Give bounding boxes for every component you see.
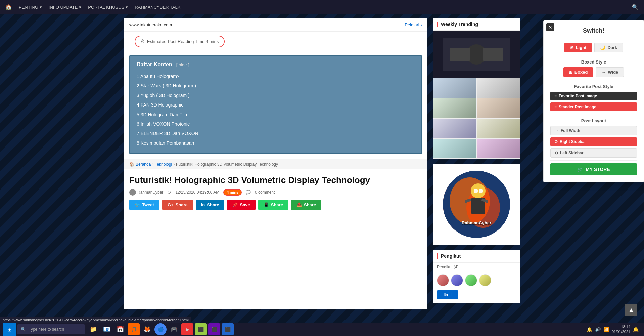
boxed-button[interactable]: ⊞ Boxed [563, 67, 593, 77]
taskbar-icon-app2[interactable]: ⬛ [208, 323, 220, 335]
trending-thumb-8 [476, 138, 520, 159]
arrow-icon: › [421, 22, 422, 27]
chevron-down-icon-3: ▾ [126, 5, 128, 10]
navbar-label-rahmancyber-talk: RAHMANCYBER TALK [135, 5, 180, 10]
my-store-button[interactable]: 🛒 MY STORE [550, 163, 637, 175]
toc-num-8: 8 [137, 140, 139, 146]
light-mode-button[interactable]: ☀ Light [564, 43, 592, 52]
navbar-item-portal-khusus[interactable]: PORTAL KHUSUS ▾ [88, 5, 128, 10]
taskbar-right: 🔔 🔊 📶 18:14 01/01/2021 🔔 [587, 324, 641, 335]
grid-icon: ⊞ [569, 70, 572, 75]
trending-thumb-7 [433, 138, 476, 159]
toc-num-7: 7 [137, 131, 139, 136]
taskbar-icon-music[interactable]: 🎵 [128, 323, 140, 335]
follower-avatars [433, 271, 520, 289]
taskbar-icon-app3[interactable]: ⬛ [222, 323, 234, 335]
toc-item-3[interactable]: 3 Yugioh ( 3D Hologram ) [137, 91, 415, 100]
clock-icon-meta: ⏱ [167, 190, 171, 195]
taskbar-icon-mail[interactable]: 📧 [101, 323, 113, 335]
navbar-item-rahmancyber-talk[interactable]: RAHMANCYBER TALK [135, 5, 180, 10]
trending-thumb-2 [476, 78, 520, 98]
radio-icon: ⊙ [554, 139, 558, 144]
stander-post-label: Stander Post Image [559, 104, 596, 109]
pengikut-title: Pengikut [433, 250, 520, 263]
table-of-contents: Daftar Konten [ hide ] 1 Apa Itu Hologra… [129, 55, 422, 154]
right-sidebar-label: Right Sidebar [560, 139, 586, 144]
wide-button[interactable]: → Wide [596, 67, 624, 77]
left-sidebar-button[interactable]: ⊙ Left Sidebar [550, 148, 637, 158]
author-name: RahmanCyber [137, 190, 163, 195]
search-icon[interactable]: 🔍 [632, 4, 639, 10]
share-whatsapp-button[interactable]: 📱 Share [258, 200, 288, 210]
breadcrumb-sep-2: › [173, 162, 175, 167]
taskbar-icon-calendar[interactable]: 📅 [114, 323, 126, 335]
dark-mode-button[interactable]: 🌙 Dark [594, 43, 623, 52]
full-width-button[interactable]: → Full Width [550, 126, 637, 135]
breadcrumb-home[interactable]: Beranda [136, 162, 151, 167]
taskbar: ⊞ 🔍 Type here to search 📁 📧 📅 🎵 🦊 🔵 🎮 ▶ … [0, 323, 644, 336]
toc-num-4: 4 [137, 102, 139, 108]
stander-post-image-button[interactable]: ≡ Stander Post Image [550, 102, 637, 111]
navbar-item-penting[interactable]: PENTING ▾ [19, 5, 42, 10]
taskbar-icon-firefox[interactable]: 🦊 [141, 323, 153, 335]
toc-text-8: Kesimpulan Pembahasan [141, 140, 194, 146]
rahmancyber-logo-area: RahmanCyber [433, 164, 520, 245]
taskbar-icon-game[interactable]: 🎮 [168, 323, 180, 335]
fav-post-label: Favorite Post Image [559, 94, 597, 98]
share-label-linkedin: Share [207, 202, 219, 207]
toc-num-1: 1 [137, 74, 139, 79]
share-label-gplus: Share [176, 202, 188, 207]
right-sidebar-button[interactable]: ⊙ Right Sidebar [550, 137, 637, 146]
taskbar-search-box[interactable]: 🔍 Type here to search [17, 324, 85, 334]
divider-5 [550, 160, 637, 161]
boxed-style-title: Boxed Style [550, 59, 637, 65]
share-gplus-button[interactable]: G+ Share [162, 200, 193, 210]
toc-num-6: 6 [137, 121, 139, 127]
toc-item-4[interactable]: 4 FAN 3D Holographic [137, 100, 415, 110]
save-pinterest-button[interactable]: 📌 Save [227, 200, 255, 210]
breadcrumb-teknologi[interactable]: Teknologi [155, 162, 172, 167]
reading-time-badge: 4 mins [223, 189, 242, 196]
network-icon: 📶 [603, 327, 609, 332]
taskbar-icon-app1[interactable]: ⬛ [195, 323, 207, 335]
toc-item-8[interactable]: 8 Kesimpulan Pembahasan [137, 138, 415, 148]
toc-hide-button[interactable]: [ hide ] [176, 62, 189, 67]
share-linkedin-button[interactable]: in Share [196, 200, 225, 210]
taskbar-icon-chrome[interactable]: 🔵 [154, 323, 167, 335]
scroll-to-top-button[interactable]: ▲ [625, 304, 637, 316]
start-button[interactable]: ⊞ [3, 323, 16, 336]
svg-rect-11 [479, 189, 483, 193]
left-sidebar-label: Left Sidebar [560, 151, 583, 155]
toc-text-1: Apa Itu Hologram? [140, 74, 180, 79]
breadcrumb-current: Futuristik! Holographic 3D Volumetric Di… [176, 162, 278, 167]
taskbar-icon-files[interactable]: 📁 [87, 323, 99, 335]
trending-thumb-3 [433, 98, 476, 118]
learn-link[interactable]: Pelajari › [405, 22, 422, 27]
svg-rect-12 [478, 191, 479, 191]
share-other-button[interactable]: 📤 Share [291, 200, 321, 210]
favorite-post-image-button[interactable]: ≡ Favorite Post Image [550, 92, 637, 100]
date-display: 01/01/2021 [612, 329, 630, 334]
comment-count: 0 comment [255, 190, 275, 195]
navbar-home[interactable]: 🏠 [5, 4, 12, 10]
post-author: RahmanCyber [129, 189, 163, 196]
toc-item-6[interactable]: 6 Inilah VOXON Photonic [137, 119, 415, 129]
share-twitter-button[interactable]: 🐦 Tweet [129, 200, 159, 210]
navbar-item-info-update[interactable]: INFO UPDATE ▾ [49, 5, 81, 10]
toc-title-text: Daftar Konten [137, 61, 172, 68]
ikuti-button[interactable]: Ikuti [437, 290, 458, 299]
toc-item-5[interactable]: 5 3D Hologram Dari Film [137, 110, 415, 119]
navbar: 🏠 PENTING ▾ INFO UPDATE ▾ PORTAL KHUSUS … [0, 0, 644, 14]
toc-text-3: Yugioh ( 3D Hologram ) [140, 93, 189, 98]
toc-item-7[interactable]: 7 BLENDER 3D Dan VOXON [137, 129, 415, 138]
toc-item-2[interactable]: 2 Star Wars ( 3D Hologram ) [137, 81, 415, 90]
toc-text-7: BLENDER 3D Dan VOXON [141, 131, 198, 136]
light-label: Light [576, 45, 587, 50]
settings-close-button[interactable]: ✕ [546, 23, 554, 31]
taskbar-icon-video[interactable]: ▶ [181, 323, 193, 335]
trending-widget: Weekly Trending [433, 18, 520, 159]
toc-item-1[interactable]: 1 Apa Itu Hologram? [137, 72, 415, 81]
trending-thumb-5 [433, 118, 476, 138]
trending-grid-2 [433, 118, 520, 159]
search-icon-taskbar: 🔍 [21, 327, 26, 332]
